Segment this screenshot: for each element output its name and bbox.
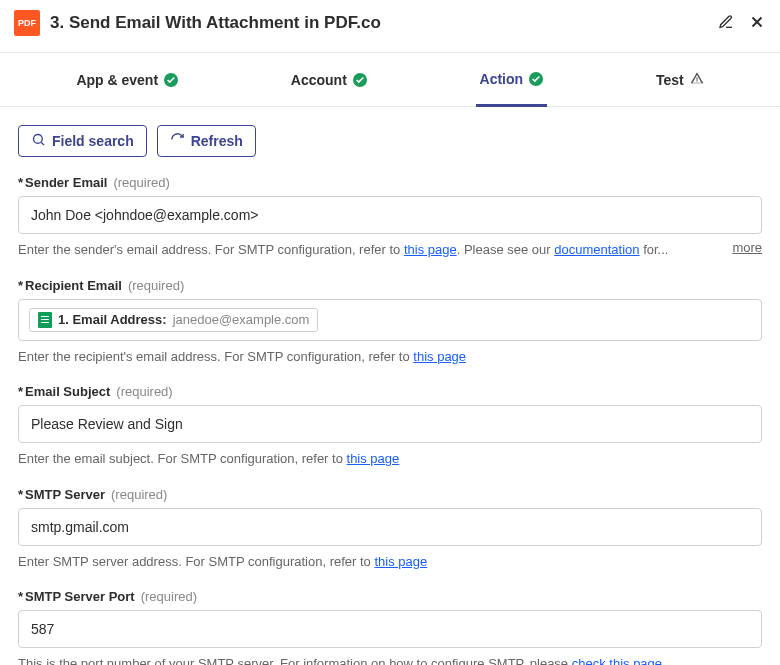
more-link[interactable]: more <box>732 240 762 255</box>
field-label: *SMTP Server(required) <box>18 487 762 502</box>
edit-icon[interactable] <box>718 14 734 33</box>
field-label: *Sender Email(required) <box>18 175 762 190</box>
tab-action[interactable]: Action <box>476 54 548 107</box>
field-help: This is the port number of your SMTP ser… <box>18 654 762 665</box>
tab-test[interactable]: Test <box>652 53 708 106</box>
field-search-button[interactable]: Field search <box>18 125 147 157</box>
toolbar: Field search Refresh <box>18 125 762 157</box>
refresh-icon <box>170 132 185 150</box>
sheets-icon <box>38 312 52 328</box>
help-link[interactable]: this page <box>347 451 400 466</box>
button-label: Field search <box>52 133 134 149</box>
tab-label: Test <box>656 72 684 88</box>
help-link[interactable]: this page <box>374 554 427 569</box>
svg-line-3 <box>41 142 44 145</box>
field-smtp-port: *SMTP Server Port(required) This is the … <box>18 589 762 665</box>
header: PDF 3. Send Email With Attachment in PDF… <box>0 0 780 53</box>
recipient-email-input[interactable]: 1. Email Address: janedoe@example.com <box>18 299 762 341</box>
help-link[interactable]: this page <box>413 349 466 364</box>
content: Field search Refresh *Sender Email(requi… <box>0 107 780 665</box>
field-help: Enter SMTP server address. For SMTP conf… <box>18 552 762 572</box>
field-sender-email: *Sender Email(required) Enter the sender… <box>18 175 762 260</box>
tab-label: Account <box>291 72 347 88</box>
check-icon <box>353 73 367 87</box>
pill-label: 1. Email Address: <box>58 312 167 327</box>
email-subject-input[interactable] <box>18 405 762 443</box>
pill-value: janedoe@example.com <box>173 312 310 327</box>
field-smtp-server: *SMTP Server(required) Enter SMTP server… <box>18 487 762 572</box>
field-recipient-email: *Recipient Email(required) 1. Email Addr… <box>18 278 762 367</box>
field-help: Enter the sender's email address. For SM… <box>18 240 668 260</box>
header-actions <box>718 13 766 34</box>
help-link[interactable]: this page <box>404 242 457 257</box>
field-label: *SMTP Server Port(required) <box>18 589 762 604</box>
field-help: Enter the email subject. For SMTP config… <box>18 449 762 469</box>
mapped-field-pill[interactable]: 1. Email Address: janedoe@example.com <box>29 308 318 332</box>
tab-account[interactable]: Account <box>287 53 371 106</box>
close-icon[interactable] <box>748 13 766 34</box>
check-icon <box>529 72 543 86</box>
field-label: *Recipient Email(required) <box>18 278 762 293</box>
tab-label: Action <box>480 71 524 87</box>
help-link[interactable]: check this page <box>572 656 662 665</box>
app-icon: PDF <box>14 10 40 36</box>
refresh-button[interactable]: Refresh <box>157 125 256 157</box>
tabs: App & event Account Action Test <box>0 53 780 107</box>
search-icon <box>31 132 46 150</box>
smtp-server-input[interactable] <box>18 508 762 546</box>
warning-icon <box>690 71 704 88</box>
page-title: 3. Send Email With Attachment in PDF.co <box>50 13 708 33</box>
check-icon <box>164 73 178 87</box>
sender-email-input[interactable] <box>18 196 762 234</box>
field-email-subject: *Email Subject(required) Enter the email… <box>18 384 762 469</box>
svg-point-2 <box>34 135 43 144</box>
help-link[interactable]: documentation <box>554 242 639 257</box>
field-help: Enter the recipient's email address. For… <box>18 347 762 367</box>
field-label: *Email Subject(required) <box>18 384 762 399</box>
button-label: Refresh <box>191 133 243 149</box>
tab-label: App & event <box>76 72 158 88</box>
smtp-port-input[interactable] <box>18 610 762 648</box>
tab-app-event[interactable]: App & event <box>72 53 182 106</box>
